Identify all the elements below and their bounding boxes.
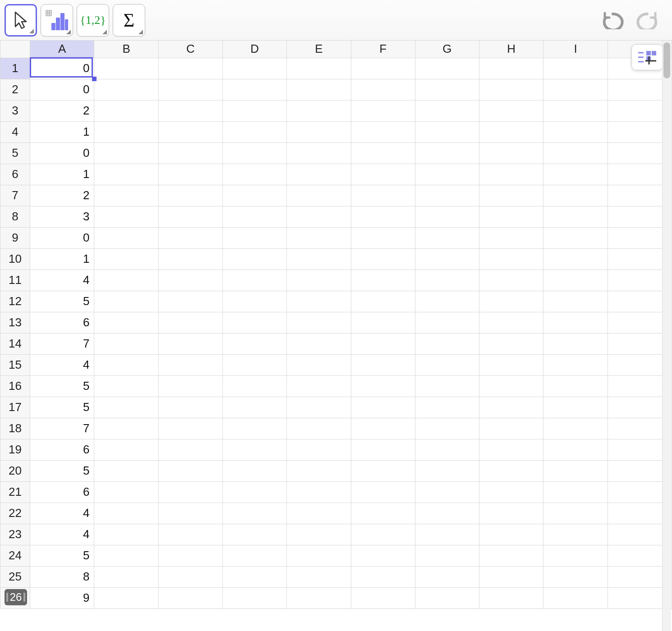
cell[interactable] bbox=[158, 206, 222, 227]
cell[interactable] bbox=[479, 270, 543, 291]
cell[interactable] bbox=[479, 79, 543, 100]
cell[interactable] bbox=[287, 418, 351, 439]
cell[interactable] bbox=[287, 545, 351, 566]
cell[interactable] bbox=[351, 270, 415, 291]
cell[interactable] bbox=[94, 460, 158, 481]
cell[interactable] bbox=[415, 100, 479, 121]
cell[interactable] bbox=[222, 142, 286, 164]
cell[interactable] bbox=[222, 206, 286, 227]
undo-button[interactable] bbox=[602, 9, 628, 32]
row-header[interactable]: 5 bbox=[0, 142, 30, 164]
cell[interactable] bbox=[287, 375, 351, 397]
row-header[interactable]: 19 bbox=[0, 439, 30, 460]
cell[interactable] bbox=[287, 566, 351, 587]
cell[interactable] bbox=[351, 79, 415, 100]
row-header[interactable]: 24 bbox=[0, 545, 30, 566]
cell[interactable] bbox=[287, 291, 351, 312]
column-header[interactable]: G bbox=[415, 41, 479, 58]
cell[interactable] bbox=[222, 460, 286, 481]
vertical-scrollbar[interactable] bbox=[662, 41, 671, 631]
redo-button[interactable] bbox=[632, 9, 658, 32]
cell[interactable] bbox=[479, 164, 543, 185]
cell[interactable] bbox=[222, 79, 286, 100]
cell[interactable]: 0 bbox=[30, 58, 94, 79]
cell[interactable] bbox=[94, 164, 158, 185]
cell[interactable] bbox=[543, 164, 608, 185]
cell[interactable] bbox=[415, 333, 479, 354]
cell[interactable] bbox=[351, 397, 415, 418]
row-drag-handle[interactable]: 26 bbox=[5, 589, 27, 605]
cell[interactable] bbox=[479, 354, 543, 375]
cell[interactable] bbox=[222, 354, 286, 375]
row-header[interactable]: 18 bbox=[0, 418, 30, 439]
cell[interactable] bbox=[543, 524, 608, 545]
cell[interactable] bbox=[158, 100, 222, 121]
sum-tool-button[interactable]: Σ bbox=[113, 4, 145, 37]
cell[interactable] bbox=[158, 481, 222, 503]
cell[interactable] bbox=[543, 418, 608, 439]
cell[interactable] bbox=[479, 185, 543, 206]
row-header[interactable]: 16 bbox=[0, 375, 30, 397]
cell[interactable] bbox=[543, 566, 608, 587]
cell[interactable] bbox=[158, 270, 222, 291]
cell[interactable] bbox=[222, 397, 286, 418]
cell[interactable] bbox=[351, 206, 415, 227]
cell[interactable] bbox=[158, 58, 222, 79]
cell[interactable] bbox=[415, 270, 479, 291]
cell[interactable]: 3 bbox=[30, 206, 94, 227]
cell[interactable] bbox=[415, 587, 479, 608]
create-list-button[interactable]: {1,2} bbox=[77, 4, 109, 37]
row-header[interactable]: 2 bbox=[0, 79, 30, 100]
cell[interactable]: 1 bbox=[30, 248, 94, 270]
cell[interactable]: 2 bbox=[30, 185, 94, 206]
cell[interactable] bbox=[543, 58, 608, 79]
row-header[interactable]: 8 bbox=[0, 206, 30, 227]
cell[interactable] bbox=[479, 375, 543, 397]
cell[interactable] bbox=[479, 291, 543, 312]
cell[interactable]: 5 bbox=[30, 375, 94, 397]
cell[interactable] bbox=[415, 312, 479, 333]
cell[interactable] bbox=[287, 587, 351, 608]
row-header[interactable]: 21 bbox=[0, 481, 30, 503]
cell[interactable] bbox=[415, 58, 479, 79]
cell[interactable] bbox=[158, 566, 222, 587]
cell[interactable] bbox=[415, 79, 479, 100]
cell[interactable]: 2 bbox=[30, 100, 94, 121]
cell[interactable] bbox=[351, 291, 415, 312]
cell[interactable] bbox=[94, 524, 158, 545]
cell[interactable] bbox=[351, 312, 415, 333]
cell[interactable] bbox=[158, 79, 222, 100]
cell[interactable] bbox=[351, 375, 415, 397]
cell[interactable] bbox=[479, 503, 543, 524]
cell[interactable]: 1 bbox=[30, 164, 94, 185]
cell[interactable] bbox=[287, 333, 351, 354]
cell[interactable] bbox=[94, 79, 158, 100]
cell[interactable] bbox=[479, 439, 543, 460]
cell[interactable] bbox=[158, 375, 222, 397]
cell[interactable]: 5 bbox=[30, 291, 94, 312]
cell[interactable] bbox=[287, 248, 351, 270]
cell[interactable] bbox=[543, 375, 608, 397]
cell[interactable] bbox=[222, 375, 286, 397]
row-header[interactable]: 13 bbox=[0, 312, 30, 333]
cell[interactable]: 6 bbox=[30, 439, 94, 460]
cell[interactable] bbox=[94, 397, 158, 418]
cell[interactable] bbox=[94, 481, 158, 503]
cell[interactable] bbox=[287, 79, 351, 100]
cell[interactable] bbox=[158, 248, 222, 270]
cell[interactable] bbox=[287, 312, 351, 333]
cell[interactable] bbox=[222, 100, 286, 121]
cell[interactable] bbox=[158, 503, 222, 524]
cell[interactable] bbox=[351, 227, 415, 248]
cell[interactable] bbox=[351, 354, 415, 375]
cell[interactable] bbox=[287, 481, 351, 503]
cell[interactable] bbox=[351, 121, 415, 142]
cell[interactable] bbox=[415, 121, 479, 142]
cell[interactable] bbox=[94, 227, 158, 248]
cell[interactable] bbox=[351, 524, 415, 545]
cell[interactable] bbox=[158, 587, 222, 608]
cell[interactable] bbox=[543, 439, 608, 460]
cell[interactable] bbox=[543, 587, 608, 608]
cell[interactable] bbox=[94, 248, 158, 270]
cell[interactable] bbox=[158, 418, 222, 439]
